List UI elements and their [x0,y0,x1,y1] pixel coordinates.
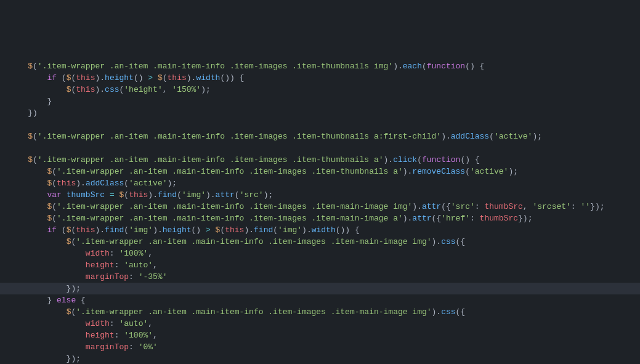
code-line[interactable]: $('.item-wrapper .an-item .main-item-inf… [0,236,640,248]
code-token [115,190,119,200]
code-line[interactable] [0,119,640,131]
code-line[interactable]: }) [0,107,640,119]
code-token: 'img' [182,190,206,200]
code-token: ); [532,132,542,141]
code-line[interactable]: $('.item-wrapper .an-item .main-item-inf… [0,60,640,72]
code-token: ). [432,307,442,317]
code-token: height [163,225,192,235]
code-token: ). [95,225,105,235]
code-token: ). [95,73,105,83]
code-token: ( [124,225,129,235]
code-token [9,190,47,200]
code-line[interactable]: width: '100%', [0,248,640,259]
code-token: }); [518,214,532,223]
code-token: 'img' [278,225,302,235]
code-token: ). [244,225,254,235]
code-line[interactable]: $('.item-wrapper .an-item .main-item-inf… [0,131,640,142]
code-line[interactable]: $('.item-wrapper .an-item .main-item-inf… [0,154,640,166]
code-token [153,73,158,83]
code-token: thumbSrc [67,190,105,200]
code-token: () { [465,62,484,71]
code-token: ( [417,155,422,164]
code-line[interactable]: $(this).css('height', '150%'); [0,84,640,95]
code-token [9,73,47,83]
code-token: if [47,73,57,83]
code-token: : [129,342,139,352]
code-token: ( [52,202,57,211]
code-line[interactable]: $('.item-wrapper .an-item .main-item-inf… [0,201,640,212]
code-token: 'srcset' [532,202,570,211]
code-token [9,261,86,270]
code-token: 'auto' [124,261,153,270]
code-token: ). [302,225,312,235]
code-line[interactable]: height: '100%', [0,330,640,341]
code-token: ( [235,190,240,200]
code-line[interactable]: if ($(this).find('img').height() > $(thi… [0,224,640,236]
code-token: ). [412,202,422,211]
code-line[interactable]: if ($(this).height() > $(this).width()) … [0,72,640,84]
code-token: ( [57,73,67,83]
code-line[interactable]: $('.item-wrapper .an-item .main-item-inf… [0,212,640,224]
code-token: ). [95,85,105,94]
code-token: this [76,225,95,235]
code-token: 'href' [441,214,470,223]
code-line[interactable]: $(this).addClass('active'); [0,177,640,189]
code-token: ). [148,190,158,200]
code-token [9,342,86,352]
code-token: }) [9,108,38,118]
code-token: }); [9,354,81,363]
code-token: var [47,190,61,200]
code-token: this [129,190,148,200]
code-editor[interactable]: $('.item-wrapper .an-item .main-item-inf… [0,60,640,364]
code-token: height [105,73,134,83]
code-token [9,319,86,328]
code-token: attr [412,214,431,223]
code-token: ). [403,167,413,176]
code-token: this [76,73,95,83]
code-token: , [153,331,158,340]
code-token: ( [163,73,168,83]
code-token: addClass [451,132,489,141]
code-token [9,249,86,258]
code-token: ( [52,214,57,223]
code-token: width [312,225,336,235]
code-token: each [403,62,422,71]
code-line[interactable]: marginTop: '0%' [0,341,640,353]
code-token: ( [52,179,57,188]
code-token: ). [153,225,163,235]
code-line[interactable]: $('.item-wrapper .an-item .main-item-inf… [0,166,640,177]
code-token: > [148,73,153,83]
code-line[interactable]: var thumbSrc = $(this).find('img').attr(… [0,189,640,201]
code-token: ); [201,85,211,94]
code-token: width [86,319,110,328]
code-line[interactable]: height: 'auto', [0,259,640,271]
code-token: marginTop [86,342,129,352]
code-token: '.item-wrapper .an-item .main-item-info … [76,237,431,246]
code-token: 'active' [129,179,167,188]
code-token: ( [33,132,38,141]
code-token: '0%' [139,342,158,352]
code-token: 'active' [470,167,508,176]
code-token: 'img' [129,225,153,235]
code-line[interactable]: $('.item-wrapper .an-item .main-item-inf… [0,306,640,318]
code-line[interactable]: }); [0,283,640,294]
code-token: , [163,85,172,94]
code-token: : [129,272,139,281]
code-token: find [105,225,124,235]
code-token: 'active' [494,132,532,141]
code-token: find [254,225,273,235]
code-line[interactable]: width: 'auto', [0,318,640,330]
code-token: width [196,73,220,83]
code-line[interactable] [0,142,640,154]
code-line[interactable]: marginTop: '-35%' [0,271,640,283]
code-line[interactable]: } else { [0,294,640,306]
code-token: '.item-wrapper .an-item .main-item-info … [57,202,412,211]
code-token [9,214,47,223]
code-token: $ [28,132,33,141]
code-line[interactable]: }); [0,353,640,364]
code-token [9,167,47,176]
code-line[interactable]: } [0,95,640,107]
code-token: height [86,261,115,270]
code-token: this [57,179,76,188]
code-token: this [225,225,244,235]
